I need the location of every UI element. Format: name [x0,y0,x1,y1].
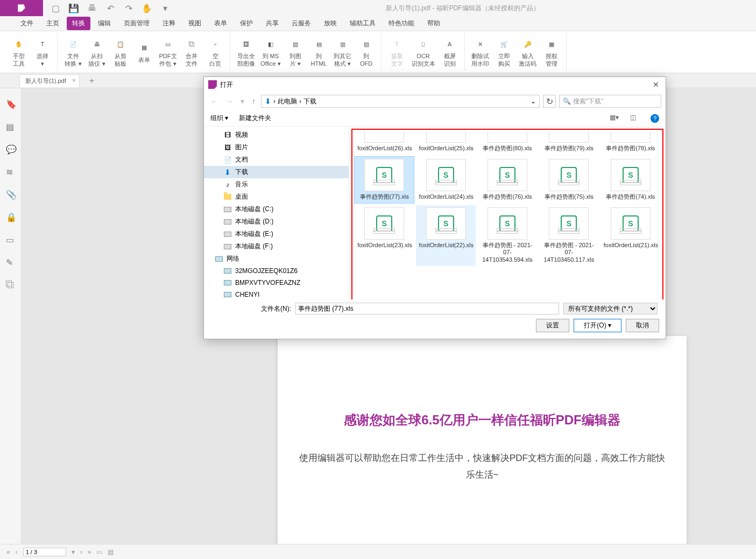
close-icon[interactable]: × [72,77,75,83]
menu-放映[interactable]: 放映 [319,17,342,30]
tree-item-桌面[interactable]: 桌面 [204,191,349,203]
file-filter-select[interactable]: 所有可支持的文件 (*.*) [563,303,658,315]
print-icon[interactable]: 🖶 [88,4,96,12]
next-page-icon[interactable]: › [80,548,82,556]
file-item[interactable]: 事件趋势图(80).xls [478,130,537,155]
ribbon-button[interactable]: ▫空 白页 [204,33,227,71]
ribbon-button[interactable]: ▨到 OFD [355,33,378,71]
ribbon-button[interactable]: 📄文件 转换 ▾ [62,33,84,71]
ribbon-button[interactable]: ▭PDF文 件包 ▾ [157,33,179,71]
ribbon-button[interactable]: A截屏 识别 [439,33,461,71]
breadcrumb-bar[interactable]: ⬇ › 此电脑 › 下载 ⌄ [261,95,540,108]
ribbon-button[interactable]: 🛒立即 购买 [493,33,515,71]
view-icon[interactable]: ▭ [96,548,102,556]
newfolder-button[interactable]: 新建文件夹 [239,114,271,123]
up-icon[interactable]: ↑ [250,97,258,106]
file-item[interactable]: SfoxitOrderList(24).xls [416,157,475,203]
tree-item-32MGOJZEEQK01Z6[interactable]: 32MGOJZEEQK01Z6 [204,265,349,277]
ribbon-button[interactable]: 📋从剪 贴板 [109,33,132,71]
undo-icon[interactable]: ↶ [106,4,115,12]
add-tab-button[interactable]: + [89,76,94,86]
tree-item-本地磁盘 (F:)[interactable]: 本地磁盘 (F:) [204,240,349,253]
hand-icon[interactable]: ✋ [143,4,151,12]
ribbon-button[interactable]: ▧到图 片 ▾ [284,33,307,71]
file-item[interactable]: S事件趋势图(75).xls [539,157,598,203]
tree-item-下载[interactable]: ⬇下载 [204,166,349,178]
security-icon[interactable]: 🔒 [6,212,16,222]
help-icon[interactable]: ? [651,114,659,123]
menu-共享[interactable]: 共享 [260,17,284,30]
page-input[interactable] [23,548,66,556]
ribbon-button[interactable]: ◧到 MS Office ▾ [258,33,283,71]
menu-转换[interactable]: 转换 [67,17,90,30]
tree-item-本地磁盘 (D:)[interactable]: 本地磁盘 (D:) [204,215,349,228]
file-item[interactable]: S事件趋势图(74).xls [601,157,660,203]
file-item[interactable]: foxitOrderList(25).xls [416,130,475,155]
comment-icon[interactable]: 💬 [6,144,16,154]
ribbon-button[interactable]: ⌷OCR 识别文本 [409,33,437,71]
pages-icon[interactable]: ▤ [6,122,16,131]
save-icon[interactable]: 💾 [69,4,78,12]
ribbon-button[interactable]: 🖶从扫 描仪 ▾ [86,33,108,71]
file-item[interactable]: S事件趋势图 - 2021-07-14T103543.594.xls [478,205,537,266]
ribbon-button[interactable]: ✋手型 工具 [8,33,30,71]
ribbon-button[interactable]: T提取 文字 [386,33,408,71]
prev-page-icon[interactable]: ‹ [16,548,18,556]
refresh-button[interactable]: ↻ [543,95,556,108]
ribbon-button[interactable]: ▥到其它 格式 ▾ [331,33,354,71]
close-icon[interactable]: ✕ [651,80,661,89]
open-icon[interactable]: ▢ [51,4,60,12]
page-dropdown-icon[interactable]: ▾ [72,548,75,556]
search-input[interactable]: 🔍 搜索"下载" [559,95,661,108]
dropdown-icon[interactable]: ⌄ [531,97,536,105]
file-item[interactable]: foxitOrderList(26).xls [355,130,414,155]
menu-文件[interactable]: 文件 [15,17,39,30]
breadcrumb-0[interactable]: 此电脑 [278,97,297,106]
ribbon-button[interactable]: ▦表单 [133,33,156,71]
tree-item-网络[interactable]: 网络 [204,253,349,265]
form-icon[interactable]: ▭ [6,235,16,244]
file-item[interactable]: 事件趋势图(79).xls [539,130,598,155]
ribbon-button[interactable]: ✕删除试 用水印 [469,33,492,71]
layers-icon[interactable]: ≋ [6,167,16,177]
file-item[interactable]: SfoxitOrderList(21).xls [601,205,660,266]
cancel-button[interactable]: 取消 [626,319,659,332]
tree-item-本地磁盘 (E:)[interactable]: 本地磁盘 (E:) [204,228,349,240]
menu-主页[interactable]: 主页 [41,17,65,30]
tree-item-本地磁盘 (C:)[interactable]: 本地磁盘 (C:) [204,203,349,215]
redo-icon[interactable]: ↷ [124,4,133,12]
tree-item-文档[interactable]: 📄文档 [204,153,349,166]
layout-icon[interactable]: ▤ [108,548,114,556]
attachment-icon[interactable]: 📎 [6,190,16,199]
menu-特色功能[interactable]: 特色功能 [383,17,420,30]
menu-编辑[interactable]: 编辑 [93,17,116,30]
ribbon-button[interactable]: 🖼导出全 部图像 [235,33,257,71]
menu-云服务[interactable]: 云服务 [286,17,316,30]
menu-页面管理[interactable]: 页面管理 [118,17,155,30]
more-icon[interactable]: ▾ [161,4,169,12]
file-item[interactable]: 事件趋势图(78).xls [601,130,660,155]
document-tab[interactable]: 新人引导(1).pdf × [19,74,80,87]
file-item[interactable]: SfoxitOrderList(22).xls [416,205,475,266]
recent-icon[interactable]: ▾ [238,97,246,106]
file-item[interactable]: S事件趋势图(77).xls [355,157,414,203]
preview-pane-icon[interactable]: ◫ [630,114,640,123]
forward-icon[interactable]: → [223,97,235,106]
signature-icon[interactable]: ✎ [6,257,16,267]
ribbon-button[interactable]: 🔑输入 激活码 [517,33,539,71]
bookmark-icon[interactable]: 🔖 [6,99,16,109]
menu-视图[interactable]: 视图 [183,17,207,30]
menu-帮助[interactable]: 帮助 [422,17,446,30]
tree-item-CHENYI[interactable]: CHENYI [204,289,349,299]
menu-注释[interactable]: 注释 [157,17,181,30]
ribbon-button[interactable]: Ꭲ选择 ▾ [31,33,54,71]
file-item[interactable]: SfoxitOrderList(23).xls [355,205,414,266]
back-icon[interactable]: ← [208,97,220,106]
ribbon-button[interactable]: ▤到 HTML [308,33,330,71]
tree-item-BMPXVTYVOFEAZNZ[interactable]: BMPXVTYVOFEAZNZ [204,277,349,289]
file-item[interactable]: S事件趋势图 - 2021-07-14T103450.117.xls [539,205,598,266]
menu-辅助工具[interactable]: 辅助工具 [344,17,381,30]
menu-表单[interactable]: 表单 [209,17,232,30]
last-page-icon[interactable]: » [88,548,91,556]
ribbon-button[interactable]: ▦授权 管理 [540,33,563,71]
